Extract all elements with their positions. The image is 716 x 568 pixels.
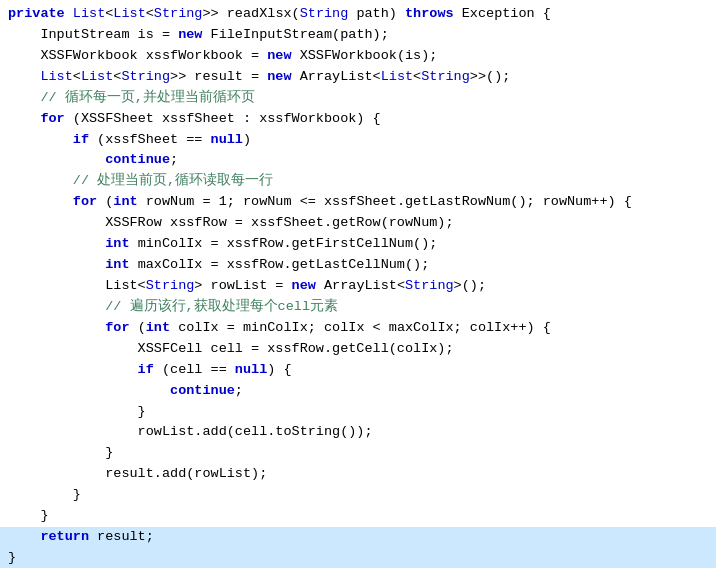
code-line: InputStream is = new FileInputStream(pat…	[0, 25, 716, 46]
code-token-plain: <	[413, 67, 421, 88]
code-token-type: List	[113, 4, 145, 25]
code-token-type: List	[8, 67, 73, 88]
code-token-plain: ;	[170, 150, 178, 171]
code-token-kw: new	[267, 67, 291, 88]
code-token-plain: InputStream is =	[8, 25, 178, 46]
code-token-plain: List<	[8, 276, 146, 297]
code-token-kw: int	[8, 255, 130, 276]
code-token-type: List	[381, 67, 413, 88]
code-token-plain: ) {	[267, 360, 291, 381]
code-token-kw: for	[8, 192, 97, 213]
code-token-kw: continue	[8, 381, 235, 402]
code-line: }	[0, 402, 716, 423]
code-line: }	[0, 506, 716, 527]
code-token-plain: )	[243, 130, 251, 151]
code-token-plain: }	[8, 506, 49, 527]
code-token-kw: int	[146, 318, 170, 339]
code-token-type: String	[421, 67, 470, 88]
code-token-plain: rowNum = 1; rowNum <= xssfSheet.getLastR…	[138, 192, 632, 213]
code-token-plain: <	[73, 67, 81, 88]
code-token-kw: new	[267, 46, 291, 67]
code-token-plain: (	[97, 192, 113, 213]
code-token-plain: ;	[235, 381, 243, 402]
code-token-plain: }	[8, 443, 113, 464]
code-line: }	[0, 485, 716, 506]
code-token-kw: continue	[8, 150, 170, 171]
code-line: continue;	[0, 381, 716, 402]
code-token-plain: >();	[454, 276, 486, 297]
code-token-kw: private	[8, 4, 65, 25]
code-token-plain: (	[130, 318, 146, 339]
code-token-type: List	[73, 4, 105, 25]
code-token-plain: XSSFWorkbook xssfWorkbook =	[8, 46, 267, 67]
code-line: // 遍历该行,获取处理每个cell元素	[0, 297, 716, 318]
code-token-plain: <	[113, 67, 121, 88]
code-token-type: String	[300, 4, 349, 25]
code-token-kw: null	[235, 360, 267, 381]
code-token-plain: >> readXlsx(	[202, 4, 299, 25]
code-token-plain: Exception {	[454, 4, 551, 25]
code-line: continue;	[0, 150, 716, 171]
code-line: for (int colIx = minColIx; colIx < maxCo…	[0, 318, 716, 339]
code-token-plain	[65, 4, 73, 25]
code-token-type: String	[121, 67, 170, 88]
code-line: // 处理当前页,循环读取每一行	[0, 171, 716, 192]
code-token-plain: > rowList =	[194, 276, 291, 297]
code-token-plain: colIx = minColIx; colIx < maxColIx; colI…	[170, 318, 551, 339]
code-token-plain: (cell ==	[154, 360, 235, 381]
code-line: if (xssfSheet == null)	[0, 130, 716, 151]
code-line: for (int rowNum = 1; rowNum <= xssfSheet…	[0, 192, 716, 213]
code-line: rowList.add(cell.toString());	[0, 422, 716, 443]
code-line: for (XSSFSheet xssfSheet : xssfWorkbook)…	[0, 109, 716, 130]
code-token-plain: (xssfSheet ==	[89, 130, 211, 151]
code-token-type: List	[81, 67, 113, 88]
code-token-comment: // 遍历该行,获取处理每个cell元素	[8, 297, 338, 318]
code-line: result.add(rowList);	[0, 464, 716, 485]
code-token-plain: path)	[348, 4, 405, 25]
code-token-kw: throws	[405, 4, 454, 25]
code-line: int minColIx = xssfRow.getFirstCellNum()…	[0, 234, 716, 255]
code-token-plain: }	[8, 485, 81, 506]
code-token-kw: if	[8, 360, 154, 381]
code-token-kw: new	[292, 276, 316, 297]
code-line: }	[0, 548, 716, 568]
code-token-plain: }	[8, 548, 16, 568]
code-token-kw: null	[211, 130, 243, 151]
code-token-plain: result.add(rowList);	[8, 464, 267, 485]
code-line: List<List<String>> result = new ArrayLis…	[0, 67, 716, 88]
code-line: XSSFWorkbook xssfWorkbook = new XSSFWork…	[0, 46, 716, 67]
code-token-comment: // 循环每一页,并处理当前循环页	[8, 88, 255, 109]
code-line: if (cell == null) {	[0, 360, 716, 381]
code-token-plain: <	[146, 4, 154, 25]
code-line: XSSFCell cell = xssfRow.getCell(colIx);	[0, 339, 716, 360]
code-token-kw: new	[178, 25, 202, 46]
code-token-type: String	[154, 4, 203, 25]
code-line: int maxColIx = xssfRow.getLastCellNum();	[0, 255, 716, 276]
code-token-plain: >>();	[470, 67, 511, 88]
code-token-kw: int	[8, 234, 130, 255]
code-token-kw: return	[8, 527, 89, 548]
code-line: List<String> rowList = new ArrayList<Str…	[0, 276, 716, 297]
code-line: return result;	[0, 527, 716, 548]
code-line: }	[0, 443, 716, 464]
code-token-plain: result;	[89, 527, 154, 548]
code-token-plain: minColIx = xssfRow.getFirstCellNum();	[130, 234, 438, 255]
code-token-kw: if	[8, 130, 89, 151]
code-token-comment: // 处理当前页,循环读取每一行	[8, 171, 273, 192]
code-token-kw: int	[113, 192, 137, 213]
code-token-plain: XSSFCell cell = xssfRow.getCell(colIx);	[8, 339, 454, 360]
code-token-plain: FileInputStream(path);	[202, 25, 388, 46]
code-token-kw: for	[8, 109, 65, 130]
code-token-plain: (XSSFSheet xssfSheet : xssfWorkbook) {	[65, 109, 381, 130]
code-token-type: String	[146, 276, 195, 297]
code-token-plain: XSSFRow xssfRow = xssfSheet.getRow(rowNu…	[8, 213, 454, 234]
code-token-type: String	[405, 276, 454, 297]
code-token-plain: <	[105, 4, 113, 25]
code-line: // 循环每一页,并处理当前循环页	[0, 88, 716, 109]
code-token-kw: for	[8, 318, 130, 339]
code-token-plain: ArrayList<	[292, 67, 381, 88]
code-line: private List<List<String>> readXlsx(Stri…	[0, 4, 716, 25]
code-token-plain: ArrayList<	[316, 276, 405, 297]
code-token-plain: XSSFWorkbook(is);	[292, 46, 438, 67]
code-token-plain: rowList.add(cell.toString());	[8, 422, 373, 443]
